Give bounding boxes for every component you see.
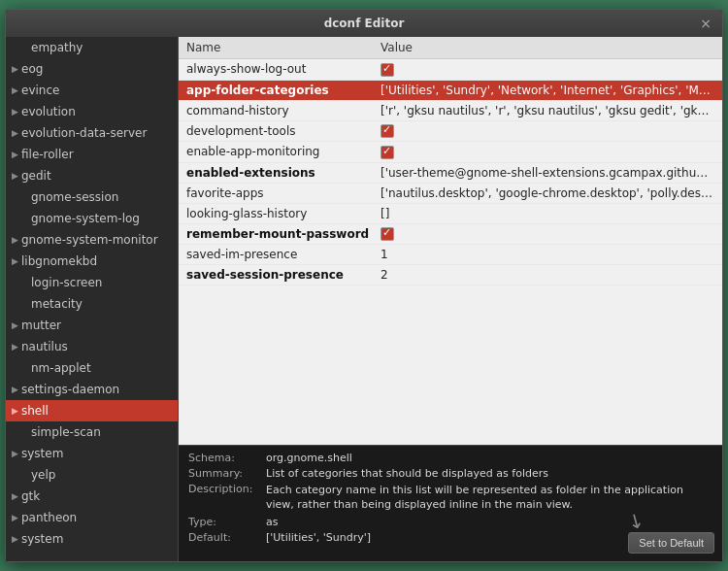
summary-value: List of categories that should be displa… (266, 467, 712, 480)
table-row[interactable]: looking-glass-history[] (179, 203, 722, 223)
table-row[interactable]: enable-app-monitoring (179, 142, 722, 163)
sidebar-item-evolution-data-server[interactable]: ▶evolution-data-server (6, 122, 178, 144)
row-name: saved-im-presence (179, 245, 373, 265)
sidebar-item-metacity[interactable]: metacity (6, 293, 178, 315)
sidebar-item-nautilus[interactable]: ▶nautilus (6, 336, 178, 357)
sidebar-item-evolution[interactable]: ▶evolution (6, 101, 178, 122)
table-row[interactable]: enabled-extensions['user-theme@gnome-she… (179, 162, 722, 183)
expand-arrow-icon: ▶ (12, 150, 21, 159)
table-row[interactable]: saved-im-presence1 (179, 245, 722, 265)
sidebar-item-pantheon[interactable]: ▶pantheon (6, 507, 178, 528)
sidebar-item-libgnomekbd[interactable]: ▶libgnomekbd (6, 251, 178, 272)
sidebar-item-yelp[interactable]: yelp (6, 464, 178, 486)
sidebar-item-label: settings-daemon (21, 383, 119, 396)
expand-arrow-icon: ▶ (12, 235, 21, 245)
sidebar-item-label: eog (21, 62, 43, 76)
description-value: Each category name in this list will be … (266, 483, 712, 513)
sidebar-item-label: simple-scan (31, 425, 101, 439)
col-header-value: Value (373, 37, 722, 59)
table-row[interactable]: development-tools (179, 120, 722, 142)
expand-arrow-icon: ▶ (12, 449, 21, 458)
sidebar-item-label: nm-applet (31, 361, 91, 375)
info-panel: Schema: org.gnome.shell Summary: List of… (179, 445, 722, 561)
expand-arrow-icon: ▶ (12, 107, 21, 117)
type-label: Type: (188, 516, 266, 528)
row-value: [] (373, 203, 722, 223)
sidebar-item-eog[interactable]: ▶eog (6, 58, 178, 80)
row-value (373, 223, 722, 245)
sidebar-item-label: evolution-data-server (21, 126, 147, 140)
row-name: always-show-log-out (179, 59, 373, 81)
schema-value: org.gnome.shell (266, 452, 712, 464)
expand-arrow-icon: ▶ (12, 406, 21, 416)
col-header-name: Name (179, 37, 373, 59)
expand-arrow-icon: ▶ (12, 320, 21, 330)
sidebar-item-nm-applet[interactable]: nm-applet (6, 357, 178, 379)
checkbox-icon (381, 63, 394, 77)
expand-arrow-icon: ▶ (12, 171, 21, 181)
sidebar-item-label: evolution (21, 105, 76, 118)
sidebar-item-label: gtk (21, 489, 40, 503)
sidebar-item-mutter[interactable]: ▶mutter (6, 315, 178, 336)
table-row[interactable]: command-history['r', 'gksu nautilus', 'r… (179, 100, 722, 120)
table-row[interactable]: favorite-apps['nautilus.desktop', 'googl… (179, 183, 722, 203)
close-button[interactable]: × (697, 15, 714, 32)
sidebar-item-label: gnome-session (31, 190, 118, 204)
table-row[interactable]: remember-mount-password (179, 223, 722, 245)
sidebar-item-label: login-screen (31, 276, 102, 289)
sidebar-item-label: libgnomekbd (21, 254, 97, 268)
sidebar-item-label: shell (21, 404, 49, 418)
sidebar-item-label: system (21, 532, 63, 546)
sidebar-item-gnome-session[interactable]: gnome-session (6, 186, 178, 208)
sidebar-item-file-roller[interactable]: ▶file-roller (6, 144, 178, 165)
row-name: enabled-extensions (179, 162, 373, 183)
sidebar-item-gtk[interactable]: ▶gtk (6, 486, 178, 507)
sidebar-item-label: mutter (21, 319, 61, 332)
sidebar-item-settings-daemon[interactable]: ▶settings-daemon (6, 379, 178, 400)
sidebar-item-evince[interactable]: ▶evince (6, 80, 178, 101)
row-name: development-tools (179, 120, 373, 142)
sidebar-item-label: gnome-system-log (31, 212, 140, 225)
titlebar: dconf Editor × (6, 10, 722, 37)
default-label: Default: (188, 531, 266, 544)
row-value: 2 (373, 265, 722, 286)
row-name: command-history (179, 100, 373, 120)
checkbox-icon (381, 124, 394, 138)
expand-arrow-icon: ▶ (12, 491, 21, 501)
sidebar-item-label: gedit (21, 169, 51, 183)
sidebar-item-label: yelp (31, 468, 55, 482)
sidebar: empathy▶eog▶evince▶evolution▶evolution-d… (6, 37, 179, 561)
table-row[interactable]: saved-session-presence2 (179, 265, 722, 286)
expand-arrow-icon: ▶ (12, 64, 21, 74)
sidebar-item-label: metacity (31, 297, 83, 311)
schema-row: Schema: org.gnome.shell (188, 452, 712, 464)
row-name: saved-session-presence (179, 265, 373, 286)
sidebar-item-system[interactable]: ▶system (6, 443, 178, 464)
checkbox-icon (381, 146, 394, 159)
sidebar-item-shell[interactable]: ▶shell (6, 400, 178, 421)
expand-arrow-icon: ▶ (12, 385, 21, 394)
summary-row: Summary: List of categories that should … (188, 467, 712, 480)
sidebar-item-simple-scan[interactable]: simple-scan (6, 421, 178, 443)
row-value (373, 59, 722, 81)
expand-arrow-icon: ▶ (12, 534, 21, 544)
row-name: app-folder-categories (179, 80, 373, 100)
sidebar-item-gnome-system-monitor[interactable]: ▶gnome-system-monitor (6, 229, 178, 251)
main-window: dconf Editor × empathy▶eog▶evince▶evolut… (5, 9, 723, 562)
table-row[interactable]: app-folder-categories['Utilities', 'Sund… (179, 80, 722, 100)
sidebar-item-gnome-system-log[interactable]: gnome-system-log (6, 208, 178, 229)
set-to-default-button[interactable]: Set to Default (628, 532, 714, 554)
table-row[interactable]: always-show-log-out (179, 59, 722, 81)
content-area: Name Value always-show-log-outapp-folder… (179, 37, 722, 561)
row-name: remember-mount-password (179, 223, 373, 245)
sidebar-item-login-screen[interactable]: login-screen (6, 272, 178, 293)
sidebar-item-label: file-roller (21, 148, 74, 161)
sidebar-item-system2[interactable]: ▶system (6, 528, 178, 550)
window-title: dconf Editor (324, 17, 405, 30)
sidebar-item-gedit[interactable]: ▶gedit (6, 165, 178, 186)
sidebar-item-label: nautilus (21, 340, 68, 353)
sidebar-item-empathy[interactable]: empathy (6, 37, 178, 58)
expand-arrow-icon: ▶ (12, 513, 21, 522)
sidebar-item-label: empathy (31, 41, 83, 54)
row-value (373, 142, 722, 163)
